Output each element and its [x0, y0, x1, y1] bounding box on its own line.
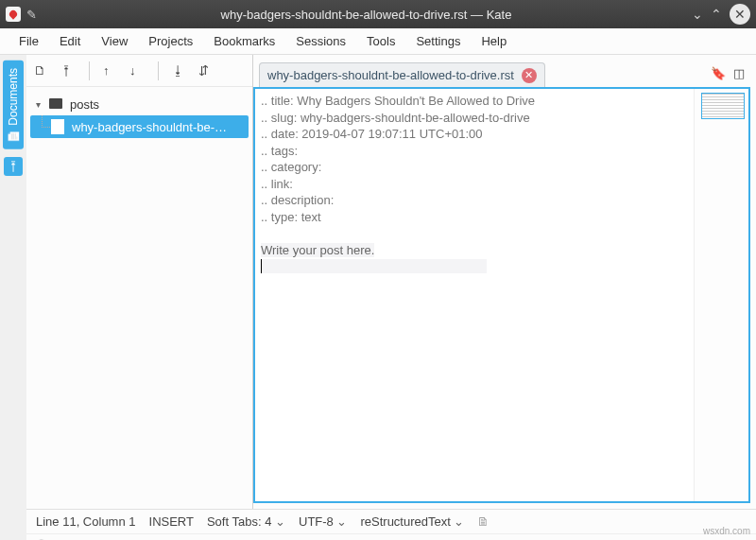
- status-encoding[interactable]: UTF-8: [299, 514, 347, 529]
- tree-file-label: why-badgers-shouldnt-be-…: [72, 120, 227, 134]
- editor-line: Write your post here.: [261, 243, 374, 257]
- status-syntax[interactable]: reStructuredText: [360, 514, 464, 529]
- side-upload-icon[interactable]: ⭱: [4, 157, 23, 176]
- status-mode[interactable]: INSERT: [149, 514, 194, 529]
- editor-line: .. category:: [261, 160, 321, 174]
- app-icon: [6, 7, 21, 22]
- close-button[interactable]: ✕: [730, 4, 750, 25]
- file-tree: ▾ posts why-badgers-shouldnt-be-…: [26, 87, 252, 144]
- tree-file-selected[interactable]: why-badgers-shouldnt-be-…: [30, 115, 249, 138]
- upload-icon[interactable]: ⭱: [60, 63, 76, 78]
- window-titlebar: ✎ why-badgers-shouldnt-be-allowed-to-dri…: [0, 0, 756, 28]
- status-position[interactable]: Line 11, Column 1: [36, 514, 136, 529]
- editor-line: .. description:: [261, 193, 334, 207]
- folder-icon: [49, 97, 66, 112]
- document-tab[interactable]: why-badgers-shouldnt-be-allowed-to-drive…: [259, 62, 545, 87]
- documents-panel-tab[interactable]: Documents: [3, 61, 24, 149]
- editor-line: .. title: Why Badgers Shouldn't Be Allow…: [261, 94, 535, 108]
- download-icon[interactable]: ⭳: [172, 63, 187, 78]
- chevron-down-icon: ▾: [36, 99, 45, 110]
- menu-projects[interactable]: Projects: [139, 30, 202, 52]
- nav-up-icon[interactable]: [103, 63, 118, 78]
- menu-view[interactable]: View: [92, 30, 137, 52]
- watermark: wsxdn.com: [703, 526, 750, 536]
- documents-panel: 🗋 ⭱ ⭳ ⇵ ▾ posts why-badgers-shouldnt-be-…: [26, 55, 253, 509]
- toolbar-separator: [158, 61, 159, 80]
- toolbar-separator: [89, 61, 90, 80]
- new-document-icon[interactable]: 🗋: [34, 63, 49, 78]
- status-indent[interactable]: Soft Tabs: 4: [207, 514, 285, 529]
- nav-down-icon[interactable]: [129, 63, 145, 78]
- panel-toolbar: 🗋 ⭱ ⭳ ⇵: [26, 55, 252, 87]
- tab-close-icon[interactable]: ✕: [522, 68, 537, 83]
- text-cursor: [261, 259, 262, 273]
- split-view-icon[interactable]: ◫: [733, 66, 750, 83]
- minimize-button[interactable]: ⌄: [688, 7, 707, 22]
- bookmark-icon[interactable]: 🔖: [711, 66, 728, 83]
- document-icon[interactable]: 🗎: [477, 514, 490, 529]
- tree-folder-posts[interactable]: ▾ posts: [30, 93, 249, 115]
- menu-settings[interactable]: Settings: [406, 30, 470, 52]
- editor-line: .. link:: [261, 177, 293, 191]
- minimap-viewport[interactable]: [701, 93, 745, 119]
- editor-frame: .. title: Why Badgers Shouldn't Be Allow…: [253, 87, 750, 503]
- editor-line: .. tags:: [261, 144, 298, 158]
- menu-bookmarks[interactable]: Bookmarks: [204, 30, 284, 52]
- window-title: why-badgers-shouldnt-be-allowed-to-drive…: [44, 8, 688, 22]
- editor-cursor-line: [261, 259, 487, 273]
- tree-toggle-icon[interactable]: ⇵: [198, 63, 214, 78]
- tree-folder-label: posts: [70, 97, 99, 112]
- pin-icon[interactable]: ✎: [26, 8, 37, 22]
- editor-area: why-badgers-shouldnt-be-allowed-to-drive…: [253, 55, 756, 509]
- document-tab-label: why-badgers-shouldnt-be-allowed-to-drive…: [267, 68, 514, 82]
- side-tab-strip: Documents ⭱: [0, 55, 26, 509]
- menu-tools[interactable]: Tools: [357, 30, 404, 52]
- menu-bar: File Edit View Projects Bookmarks Sessio…: [0, 28, 756, 55]
- main-area: Documents ⭱ 🗋 ⭱ ⭳ ⇵ ▾ posts why-badgers-…: [0, 55, 756, 509]
- text-editor[interactable]: .. title: Why Badgers Shouldn't Be Allow…: [255, 89, 694, 501]
- file-icon: [51, 119, 64, 134]
- editor-line: .. type: text: [261, 210, 321, 224]
- document-tab-row: why-badgers-shouldnt-be-allowed-to-drive…: [253, 55, 756, 87]
- menu-edit[interactable]: Edit: [50, 30, 90, 52]
- menu-file[interactable]: File: [9, 30, 48, 52]
- minimap[interactable]: [694, 89, 748, 501]
- status-bar: Line 11, Column 1 INSERT Soft Tabs: 4 UT…: [26, 509, 756, 533]
- editor-line: .. date: 2019-04-07 19:07:11 UTC+01:00: [261, 127, 483, 141]
- maximize-button[interactable]: ⌃: [707, 7, 726, 22]
- menu-help[interactable]: Help: [472, 30, 516, 52]
- editor-line: .. slug: why-badgers-shouldnt-be-allowed…: [261, 111, 530, 125]
- search-bar[interactable]: 🔍 Search and Replace: [26, 533, 756, 540]
- menu-sessions[interactable]: Sessions: [286, 30, 355, 52]
